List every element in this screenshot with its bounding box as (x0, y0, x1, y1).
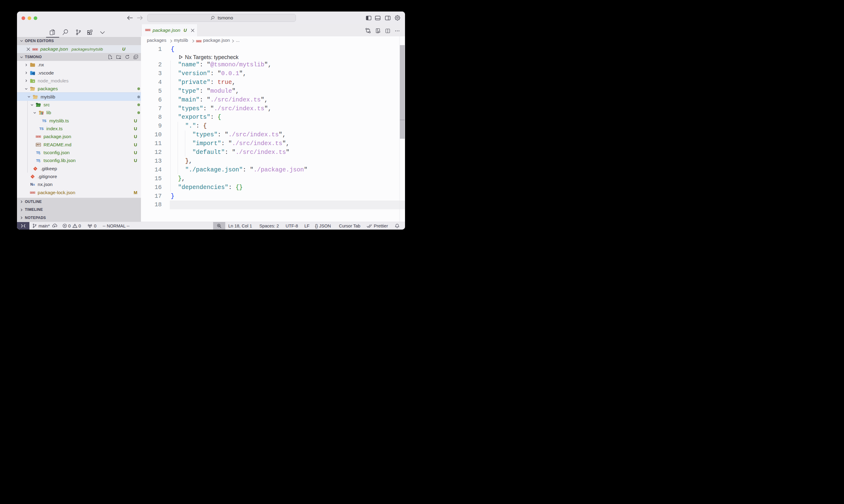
svg-text:N: N (30, 183, 33, 187)
svg-text:TS: TS (39, 127, 44, 130)
svg-text:JS: JS (32, 80, 35, 82)
svg-text:TS: TS (42, 119, 46, 123)
svg-text:</>: </> (37, 105, 40, 106)
svg-text:x: x (33, 183, 35, 186)
